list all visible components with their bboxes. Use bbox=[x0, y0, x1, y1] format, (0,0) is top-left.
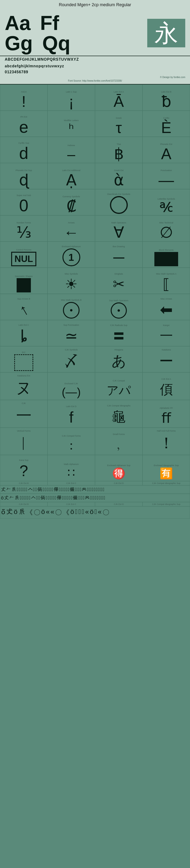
char-enclcjk: (—) bbox=[62, 385, 81, 399]
cell-controlpic: Control Pictures NUL bbox=[0, 242, 47, 268]
char-latinexta: Ā bbox=[114, 94, 124, 109]
label-cjkcompatideosup: CJK Compat Ideographic Sup bbox=[143, 481, 190, 486]
cjk-char-last: 𠂢 bbox=[18, 508, 25, 517]
alphabet-upper: ABCDEFGHIJKLMNOPQRSTUVWXYZ bbox=[0, 56, 190, 63]
label-enclcjk: Enclosed CJK bbox=[65, 382, 78, 385]
cjk-char-last: 𠄢 bbox=[82, 508, 84, 517]
char-cjkcompatforms: ： bbox=[65, 438, 77, 454]
cjk-char: 𠜎 bbox=[102, 487, 104, 492]
cell-mathalpha: Math Alphanum ∷ bbox=[47, 455, 95, 481]
source: Font Source: http://www.fontke.com/font/… bbox=[0, 79, 190, 84]
cell-latinexta: Latin Ext A Ā bbox=[95, 85, 143, 111]
char-misctech: ∅ bbox=[160, 225, 173, 240]
cjk-char: 𠈌 bbox=[35, 487, 37, 492]
label-cjkextd: CJK Ext D bbox=[95, 481, 143, 486]
cell-phoneticext: Phonetic Ext A bbox=[143, 137, 190, 163]
cjk-char: 𠋑 bbox=[51, 487, 53, 492]
cjk-char: 𠅉 bbox=[26, 487, 27, 492]
label-latinextc: Latin Ext C bbox=[18, 324, 29, 327]
char-qq: Qq bbox=[42, 33, 70, 53]
cjk-char: 𠕄 bbox=[90, 495, 92, 501]
label-katakanaext: Katakana Ext bbox=[17, 374, 30, 377]
char-phoneticext: A bbox=[161, 146, 171, 161]
cell-enclcjk: Enclosed CJK (—) bbox=[47, 372, 95, 400]
label-mathalpha: Math Alphanum bbox=[64, 463, 79, 466]
char-mathop: ∀ bbox=[114, 225, 124, 240]
cell-cjkcompatforms: CJK Compat Forms ： bbox=[47, 428, 95, 455]
header: Rounded Mgen+ 2cp medium Regular bbox=[0, 0, 190, 10]
char-modletters: ʰ bbox=[69, 122, 74, 135]
cjk-char: 𠑊 bbox=[73, 495, 78, 501]
cell-cjkexta: CJK Ext A 㑯 bbox=[143, 372, 190, 400]
label-cjkcompat: CJK Compat bbox=[113, 379, 125, 382]
cell-miscmathb: Misc Math Symbols B bbox=[47, 294, 95, 320]
cell-misctech: Misc Technical ∅ bbox=[143, 215, 190, 242]
char-smallforms: ﹐ bbox=[112, 436, 125, 454]
credit: © Design by fontke.com bbox=[0, 75, 190, 79]
label-blockelem: Block Elements bbox=[159, 249, 174, 251]
cell-kanasup: Kana Sup ? bbox=[0, 455, 47, 481]
label-enclalphasup: Enclosed Alphanum Sup bbox=[107, 464, 130, 467]
cjk-char: 𠈓 bbox=[37, 487, 42, 492]
cell-miscmatha: Misc Math Symbols A ⟦ bbox=[143, 268, 190, 294]
bottom-labels-row1: CJK Ext B CJK Ext C CJK Ext D CJK Compat… bbox=[0, 481, 190, 486]
cjk-char: 𠅉 bbox=[29, 495, 30, 501]
char-supmathop bbox=[111, 303, 127, 319]
char-cjkcompat: アパ bbox=[107, 382, 131, 399]
cjk-char: 𠌫 bbox=[57, 495, 62, 501]
cell-ipaext: IPA Ext e bbox=[0, 111, 47, 137]
cjk-char-last: 𠃞 bbox=[75, 508, 77, 517]
char-suppunct: ≃ bbox=[65, 327, 78, 345]
char-katakana: ー bbox=[159, 352, 174, 371]
char-boxdraw: ─ bbox=[113, 248, 124, 266]
label-enclosedalpha: Enclosed Alphanum bbox=[62, 245, 81, 248]
cjk-char: 𠅁 bbox=[26, 495, 28, 501]
label-enclideosup: Enclosed Ideographic Sup bbox=[154, 464, 179, 467]
cell-cyrillicsup: Cyrillic Sup d bbox=[0, 137, 47, 163]
digits: 0123456789 bbox=[0, 69, 190, 75]
char-miscarrows: ⬅ bbox=[160, 301, 173, 319]
label-cjksym: CJK Symbols bbox=[65, 348, 78, 351]
bottom-labels-row2: CJK Ext B CJK Ext C CJK Ext D CJK Compat… bbox=[0, 502, 190, 506]
cjk-char: 𠙫 bbox=[96, 487, 98, 492]
alphabet-lower: abcdefghijklmnopqrstuvwxyz bbox=[0, 63, 190, 69]
cell-cjkcompatideo: CJK Compat Ideographs 龜 bbox=[95, 400, 143, 428]
cjk-char: 𠋑 bbox=[54, 495, 56, 501]
cjk-char: 𠃞 bbox=[16, 487, 18, 492]
char-suparrowsb: ↑ bbox=[16, 300, 32, 319]
label-miscmathb: Misc Math Symbols B bbox=[61, 299, 82, 302]
cell-alphabeticpf: Alphabetic PF ﬀ bbox=[143, 400, 190, 428]
char-dingbats: ✂ bbox=[113, 276, 125, 292]
cjk-char: 𠈓 bbox=[40, 495, 45, 501]
cell-suparrowsb: Sup Arrows B ↑ bbox=[0, 294, 47, 320]
cell-numberforms: Number Forms ⅓ bbox=[0, 215, 47, 242]
char-ff: Ff bbox=[40, 13, 59, 33]
cjk-char: 𠈌 bbox=[38, 495, 40, 501]
glyph-grid: ASCII ! Latin 1 Sup ¡ Latin Ext A Ā Lati… bbox=[0, 85, 190, 481]
cjk-char: 𠄢 bbox=[24, 495, 26, 501]
cjkextb-strip-2: ö 𠀋 𠂉 𠂢 𠃞 𠄀 𠄢 𠅁 𠅉 𠆢 𠇛 𠈌 𠈓 𠉀 𠉦 𠊊 𠊻 𠋑 𠌫 𠍇 … bbox=[0, 494, 190, 502]
char-numberforms: ⅓ bbox=[16, 225, 31, 240]
cjk-char: 𠂢 bbox=[14, 495, 19, 501]
cjk-char: 𠊻 bbox=[52, 495, 54, 501]
cjk-char: 𠃞 bbox=[20, 495, 22, 501]
cell-cjkradicalssup: CJK Radicals Sup 〓 bbox=[95, 320, 143, 346]
char-verticalforms: ︱ bbox=[16, 433, 32, 454]
char-cjkcompatideo: 龜 bbox=[112, 408, 126, 426]
cell-dingbats: Dingbats ✂ bbox=[95, 268, 143, 294]
cjk-char: 𠐊 bbox=[68, 487, 69, 492]
cjk-char: 𠉀 bbox=[46, 495, 47, 501]
label-verticalforms: Vertical Forms bbox=[17, 430, 31, 432]
char-cjkradicalssup: 〓 bbox=[112, 327, 125, 345]
char-phoneticextsup: ɖ bbox=[19, 172, 29, 188]
char-cjkexta: 㑯 bbox=[160, 381, 173, 399]
cjk-char: 𠕄 bbox=[87, 487, 88, 492]
cjk-char: 𠀋 bbox=[1, 487, 6, 492]
char-controlpic: NUL bbox=[11, 252, 36, 266]
char-miscsym: ☀ bbox=[65, 276, 78, 292]
cjk-char: 𠓂 bbox=[80, 495, 82, 501]
label-miscsym: Misc Symbols bbox=[65, 273, 78, 275]
cjk-char-last: « bbox=[98, 508, 102, 517]
cjk-char-last: 𠄀 bbox=[78, 508, 81, 517]
cjk-char: 𠉀 bbox=[42, 487, 44, 492]
